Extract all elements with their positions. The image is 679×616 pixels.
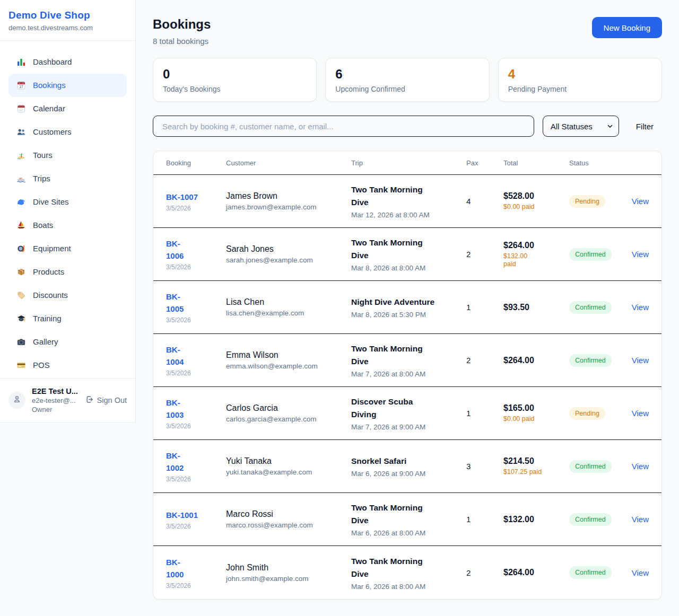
stats-row: 0 Today's Bookings 6 Upcoming Confirmed …: [153, 58, 662, 102]
view-link[interactable]: View: [632, 250, 649, 259]
booking-id-link[interactable]: BK-1001: [166, 509, 198, 521]
customer-name: John Smith: [226, 563, 351, 573]
sign-out-button[interactable]: Sign Out: [85, 395, 127, 406]
calendar-date-icon: 17: [16, 81, 26, 90]
filter-button[interactable]: Filter: [628, 122, 662, 131]
view-link[interactable]: View: [632, 197, 649, 206]
dive-mask-icon: [16, 244, 26, 253]
stat-label: Today's Bookings: [163, 85, 307, 93]
sidebar-item-trips[interactable]: Trips: [8, 167, 127, 190]
table-row: BK- 1000 3/5/2026 John Smith john.smith@…: [153, 546, 661, 599]
avatar: [8, 392, 25, 409]
booking-id-link[interactable]: BK- 1006: [166, 237, 184, 262]
customer-email: carlos.garcia@example.com: [226, 415, 351, 423]
sidebar: Demo Dive Shop demo.test.divestreams.com…: [0, 0, 136, 423]
paid-amount: $132.00 paid: [503, 252, 569, 268]
sidebar-item-gallery[interactable]: Gallery: [8, 330, 127, 354]
trip-cell: Two Tank Morning Dive Mar 7, 2026 at 8:0…: [351, 342, 466, 378]
trip-name: Two Tank Morning Dive: [351, 501, 466, 527]
trip-datetime: Mar 6, 2026 at 9:00 AM: [351, 470, 466, 478]
table-row: BK-1001 3/5/2026 Marco Rossi marco.rossi…: [153, 493, 661, 546]
stat-value: 4: [508, 66, 652, 82]
status-badge: Confirmed: [569, 301, 612, 314]
booking-id-link[interactable]: BK- 1002: [166, 450, 184, 474]
status-badge: Confirmed: [569, 248, 612, 261]
sidebar-item-pos[interactable]: POS: [8, 354, 127, 377]
view-link[interactable]: View: [632, 409, 649, 418]
sidebar-item-calendar[interactable]: Calendar: [8, 97, 127, 120]
trip-name: Discover Scuba Diving: [351, 395, 466, 421]
paid-amount: $0.00 paid: [503, 415, 569, 423]
sidebar-item-boats[interactable]: Boats: [8, 214, 127, 237]
view-link[interactable]: View: [632, 462, 649, 471]
page-title: Bookings: [153, 17, 211, 32]
new-booking-button[interactable]: New Booking: [592, 17, 662, 38]
status-badge: Confirmed: [569, 460, 612, 473]
sidebar-item-discounts[interactable]: Discounts: [8, 284, 127, 307]
sidebar-item-dive-sites[interactable]: Dive Sites: [8, 190, 127, 214]
status-badge: Confirmed: [569, 354, 612, 367]
page-title-block: Bookings 8 total bookings: [153, 17, 211, 46]
sidebar-item-customers[interactable]: Customers: [8, 120, 127, 144]
customer-name: Marco Rossi: [226, 509, 351, 519]
customer-email: sarah.jones@example.com: [226, 256, 351, 264]
speedboat-icon: [16, 174, 26, 183]
sidebar-item-tours[interactable]: Tours: [8, 144, 127, 167]
booking-date: 3/5/2026: [166, 316, 226, 324]
booking-id-link[interactable]: BK-1007: [166, 191, 198, 203]
table-row: BK- 1002 3/5/2026 Yuki Tanaka yuki.tanak…: [153, 440, 661, 493]
sidebar-item-products[interactable]: Products: [8, 260, 127, 284]
customer-email: james.brown@example.com: [226, 203, 351, 211]
customer-email: lisa.chen@example.com: [226, 309, 351, 317]
table-row: BK-1007 3/5/2026 James Brown james.brown…: [153, 175, 661, 228]
sidebar-item-dashboard[interactable]: Dashboard: [8, 50, 127, 74]
total-amount: $264.00: [503, 568, 569, 577]
view-link[interactable]: View: [632, 568, 649, 577]
customer-cell: Sarah Jones sarah.jones@example.com: [226, 244, 351, 264]
customer-name: Carlos Garcia: [226, 403, 351, 413]
trip-name: Two Tank Morning Dive: [351, 236, 466, 262]
sidebar-item-bookings[interactable]: 17 Bookings: [8, 74, 127, 97]
user-info: E2E Test U... e2e-tester@... Owner: [32, 387, 93, 413]
user-role: Owner: [32, 406, 93, 413]
customer-cell: Marco Rossi marco.rossi@example.com: [226, 509, 351, 529]
booking-cell: BK- 1005 3/5/2026: [166, 291, 226, 324]
booking-id-link[interactable]: BK- 1000: [166, 556, 184, 580]
total-cell: $264.00: [503, 356, 569, 365]
view-link[interactable]: View: [632, 356, 649, 365]
trip-name: Snorkel Safari: [351, 455, 466, 468]
page-header: Bookings 8 total bookings New Booking: [153, 17, 662, 46]
sidebar-nav: Dashboard 17 Bookings Calendar Customers…: [0, 41, 135, 378]
total-cell: $214.50 $107.25 paid: [503, 456, 569, 476]
camera-icon: [16, 337, 26, 347]
total-cell: $528.00 $0.00 paid: [503, 191, 569, 211]
main-content: Bookings 8 total bookings New Booking 0 …: [136, 0, 679, 614]
col-customer: Customer: [226, 159, 351, 167]
sidebar-item-equipment[interactable]: Equipment: [8, 237, 127, 260]
booking-date: 3/5/2026: [166, 476, 226, 483]
table-row: BK- 1003 3/5/2026 Carlos Garcia carlos.g…: [153, 387, 661, 440]
search-input[interactable]: [153, 116, 534, 137]
stat-value: 6: [335, 66, 479, 82]
booking-cell: BK-1001 3/5/2026: [166, 509, 226, 530]
booking-id-link[interactable]: BK- 1004: [166, 344, 184, 368]
customer-cell: Lisa Chen lisa.chen@example.com: [226, 297, 351, 317]
trip-datetime: Mar 8, 2026 at 8:00 AM: [351, 264, 466, 272]
status-filter-select[interactable]: All Statuses: [543, 116, 619, 137]
sidebar-item-training[interactable]: Training: [8, 307, 127, 330]
view-link[interactable]: View: [632, 515, 649, 524]
booking-cell: BK- 1003 3/5/2026: [166, 397, 226, 430]
booking-id-link[interactable]: BK- 1003: [166, 397, 184, 421]
trip-name: Two Tank Morning Dive: [351, 342, 466, 368]
booking-id-link[interactable]: BK- 1005: [166, 291, 184, 315]
status-cell: Confirmed: [569, 566, 632, 579]
view-link[interactable]: View: [632, 303, 649, 312]
user-footer: E2E Test U... e2e-tester@... Owner Sign …: [0, 378, 135, 422]
booking-cell: BK- 1004 3/5/2026: [166, 344, 226, 377]
total-amount: $132.00: [503, 515, 569, 524]
brand-title: Demo Dive Shop: [8, 10, 127, 21]
bar-chart-icon: [16, 57, 26, 67]
trip-datetime: Mar 12, 2026 at 8:00 AM: [351, 211, 466, 219]
col-booking: Booking: [166, 159, 226, 167]
booking-date: 3/5/2026: [166, 582, 226, 589]
